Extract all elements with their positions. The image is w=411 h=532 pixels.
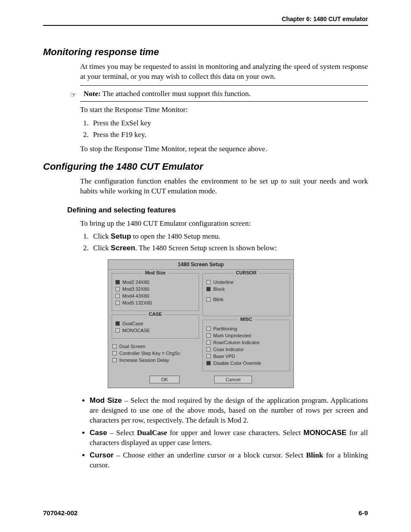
header-rule xyxy=(43,25,368,26)
group-extra: Dual Screen Controller Step Key = ChgSc … xyxy=(112,342,199,364)
checkbox-icon xyxy=(115,294,120,298)
note-text: Note: The attached controller must suppo… xyxy=(84,89,368,99)
group-mod-size-legend: Mod Size xyxy=(143,270,168,275)
config-step2-pre: Click xyxy=(93,244,111,252)
section-heading-configuring: Configuring the 1480 CUT Emulator xyxy=(43,161,368,172)
bullet-mod-size-text: – Select the mod required by the design … xyxy=(90,396,368,424)
checkbox-icon xyxy=(206,287,211,291)
checkbox-icon xyxy=(206,340,211,345)
option-blink-label: Blink xyxy=(213,297,224,302)
option-base-vpd-label: Base VPD xyxy=(213,354,235,359)
cancel-button[interactable]: Cancel xyxy=(214,376,252,383)
config-intro: The configuration function enables the e… xyxy=(80,177,368,196)
checkbox-icon xyxy=(206,297,211,302)
running-header: Chapter 6: 1480 CUT emulator xyxy=(43,16,368,22)
group-mod-size: Mod Size Mod2 24X80 Mod3 32X80 Mod4 43X8… xyxy=(112,273,199,311)
bullet-case-mid2: for upper and lower case characters. Sel… xyxy=(167,429,304,437)
option-block-label: Block xyxy=(213,286,225,292)
footer-pagenum: 6-9 xyxy=(358,509,368,516)
option-mod4[interactable]: Mod4 43X80 xyxy=(115,293,195,299)
checkbox-icon xyxy=(206,333,211,338)
dialog-title: 1480 Screen Setup xyxy=(108,260,293,270)
option-mod3[interactable]: Mod3 32X80 xyxy=(115,286,195,292)
bullet-case-label: Case xyxy=(90,429,107,437)
config-step1-bold: Setup xyxy=(111,232,131,240)
option-mod3-label: Mod3 32X80 xyxy=(122,286,149,292)
note-body: The attached controller must support thi… xyxy=(101,90,251,98)
feature-bullets: Mod Size – Select the mod required by th… xyxy=(80,396,368,470)
note-rule-top xyxy=(80,85,368,86)
config-steps-list: Click Setup to open the 1480 Setup menu.… xyxy=(80,232,368,253)
section-heading-monitoring: Monitoring response time xyxy=(43,47,368,58)
checkbox-icon xyxy=(115,301,120,305)
bullet-mod-size: Mod Size – Select the mod required by th… xyxy=(90,396,368,426)
note-rule-bottom xyxy=(80,101,368,102)
option-partitioning-label: Partitioning xyxy=(213,326,237,331)
option-controller-step-label: Controller Step Key = ChgSc xyxy=(119,351,180,356)
checkbox-icon xyxy=(115,287,120,291)
bullet-cursor-bold1: Blink xyxy=(306,451,324,459)
bullet-mod-size-label: Mod Size xyxy=(90,396,122,404)
page-footer: 707042-002 6-9 xyxy=(43,509,368,516)
checkbox-icon xyxy=(206,347,211,352)
group-misc-legend: MISC xyxy=(238,317,255,322)
option-dualcase-label: DualCase xyxy=(122,321,143,326)
option-mod4-label: Mod4 43X80 xyxy=(122,293,149,299)
monitoring-intro: At times you may be requested to assist … xyxy=(80,62,368,82)
bullet-case-bold2: MONOCASE xyxy=(303,429,346,437)
option-partitioning[interactable]: Partitioning xyxy=(206,326,286,331)
ok-button[interactable]: OK xyxy=(149,376,180,383)
option-disable-color-label: Disable Color Override xyxy=(213,361,261,366)
checkbox-icon xyxy=(115,280,120,284)
option-session-delay[interactable]: Increase Session Delay xyxy=(112,358,199,363)
checkbox-icon xyxy=(206,354,211,358)
checkbox-icon xyxy=(115,321,120,326)
monitor-steps-list: Press the ExSel key Press the F19 key. xyxy=(80,118,368,140)
group-misc: MISC Partitioning Mark Unprotected Row/C… xyxy=(202,320,290,371)
monitor-tail: To stop the Response Time Monitor, repea… xyxy=(80,144,368,154)
checkbox-icon xyxy=(112,358,117,362)
group-case-legend: CASE xyxy=(146,311,165,317)
config-step2-bold: Screen xyxy=(111,244,135,252)
option-mark-unprotected[interactable]: Mark Unprotected xyxy=(206,333,286,338)
config-step-1: Click Setup to open the 1480 Setup menu. xyxy=(90,232,368,242)
option-mod5[interactable]: Mod5 132X80 xyxy=(115,300,195,305)
config-step1-post: to open the 1480 Setup menu. xyxy=(131,232,220,240)
checkbox-icon xyxy=(112,344,117,348)
note-label: Note: xyxy=(84,90,101,98)
option-dualcase[interactable]: DualCase xyxy=(115,321,195,326)
config-lead: To bring up the 1480 CUT Emulator config… xyxy=(80,219,368,229)
option-controller-step[interactable]: Controller Step Key = ChgSc xyxy=(112,351,199,356)
option-dual-screen[interactable]: Dual Screen xyxy=(112,344,199,349)
bullet-case: Case – Select DualCase for upper and low… xyxy=(90,428,368,448)
option-mark-unprotected-label: Mark Unprotected xyxy=(213,333,251,338)
group-cursor: CURSOR Underline Block Blink xyxy=(202,273,290,316)
option-underline[interactable]: Underline xyxy=(206,280,286,285)
option-monocase[interactable]: MONOCASE xyxy=(115,328,195,333)
config-step-2: Click Screen. The 1480 Screen Setup scre… xyxy=(90,243,368,253)
checkbox-icon xyxy=(115,328,120,333)
checkbox-icon xyxy=(206,327,211,331)
option-row-column[interactable]: Row/Column Indicator xyxy=(206,340,286,345)
option-base-vpd[interactable]: Base VPD xyxy=(206,354,286,359)
monitor-step-1: Press the ExSel key xyxy=(90,118,368,128)
option-mod2-label: Mod2 24X80 xyxy=(122,280,149,285)
checkbox-icon xyxy=(206,280,211,284)
note-pointer-icon: ☞ xyxy=(43,89,80,100)
option-block[interactable]: Block xyxy=(206,286,286,292)
option-session-delay-label: Increase Session Delay xyxy=(119,358,169,363)
option-dual-screen-label: Dual Screen xyxy=(119,344,146,349)
option-coax[interactable]: Coax Indicator xyxy=(206,347,286,352)
option-mod2[interactable]: Mod2 24X80 xyxy=(115,280,195,285)
monitor-steps-lead: To start the Response Time Monitor: xyxy=(80,105,368,115)
config-step1-pre: Click xyxy=(93,232,111,240)
footer-docnum: 707042-002 xyxy=(43,509,78,516)
option-coax-label: Coax Indicator xyxy=(213,347,244,352)
option-blink[interactable]: Blink xyxy=(206,297,286,302)
option-disable-color[interactable]: Disable Color Override xyxy=(206,361,286,366)
checkbox-icon xyxy=(112,351,117,355)
bullet-case-bold1: DualCase xyxy=(137,429,167,437)
config-step2-post: . The 1480 Screen Setup screen is shown … xyxy=(135,244,277,252)
group-cursor-legend: CURSOR xyxy=(234,270,259,275)
group-case: CASE DualCase MONOCASE xyxy=(112,314,199,339)
